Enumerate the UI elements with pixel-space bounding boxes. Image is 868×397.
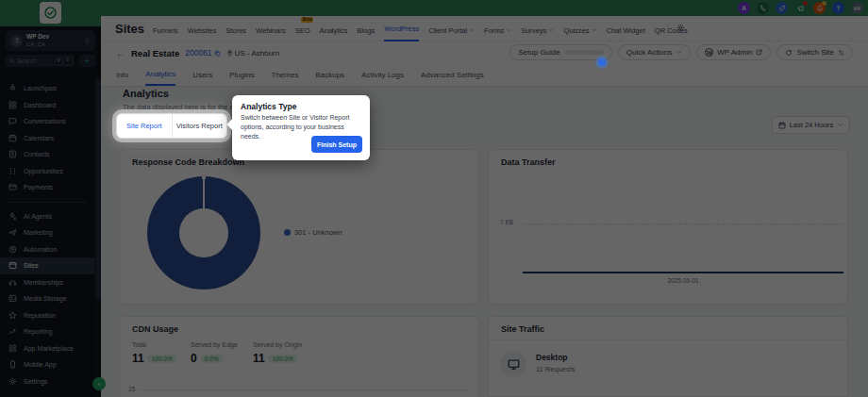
finish-setup-button[interactable]: Finish Setup — [311, 136, 362, 153]
site-report-button[interactable]: Site Report — [117, 114, 172, 138]
tour-tooltip: Analytics Type Switch between Site or Vi… — [232, 95, 370, 160]
tour-beacon[interactable] — [598, 58, 606, 66]
visitors-report-button[interactable]: Visitors Report — [173, 114, 227, 138]
tooltip-title: Analytics Type — [241, 102, 296, 111]
report-type-toggle: Site Report Visitors Report — [116, 113, 227, 139]
app-root: A ? HV — [0, 0, 868, 397]
tour-dim-overlay — [0, 0, 868, 397]
